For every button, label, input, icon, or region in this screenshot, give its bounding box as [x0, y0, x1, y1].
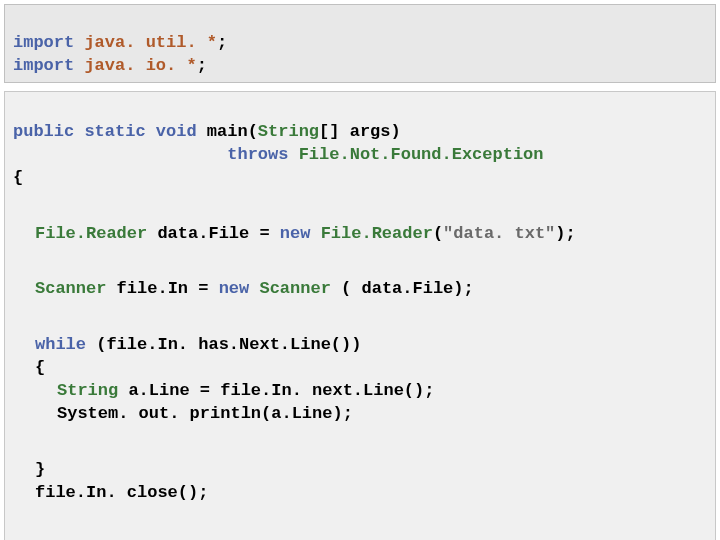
semicolon: ;	[217, 33, 227, 52]
string-aline-decl: String a.Line = file.In. next.Line();	[13, 381, 434, 400]
blank-line	[13, 245, 707, 255]
imports-block: import java. util. *; import java. io. *…	[4, 4, 716, 83]
scanner-ctor: Scanner	[249, 279, 341, 298]
throws-indent	[13, 145, 227, 164]
import-line-2: import java. io. *;	[13, 56, 207, 75]
paren-open: (	[433, 224, 443, 243]
import-line-1: import java. util. *;	[13, 33, 227, 52]
method-args-rest: [] args)	[319, 122, 401, 141]
while-brace-close: }	[13, 460, 45, 479]
keyword-throws: throws	[227, 145, 288, 164]
filereader-ctor: File.Reader	[310, 224, 432, 243]
blank-line	[13, 505, 707, 515]
type-string: String	[258, 122, 319, 141]
keyword-new: new	[280, 224, 311, 243]
scanner-args: ( data.File);	[341, 279, 474, 298]
semicolon: ;	[197, 56, 207, 75]
type-filereader: File.Reader	[35, 224, 147, 243]
blank-line	[13, 301, 707, 311]
type-string: String	[57, 381, 118, 400]
keyword-while: while	[35, 335, 86, 354]
while-condition: (file.In. has.Next.Line())	[86, 335, 361, 354]
filereader-decl: File.Reader data.File = new File.Reader(…	[13, 224, 576, 243]
keyword-import: import	[13, 56, 74, 75]
println-call: System. out. println(a.Line);	[13, 404, 353, 423]
keyword-modifiers: public static void	[13, 122, 197, 141]
keyword-import: import	[13, 33, 74, 52]
method-signature-line-1: public static void main(String[] args)	[13, 122, 401, 141]
filereader-var: data.File =	[147, 224, 280, 243]
aline-rest: a.Line = file.In. next.Line();	[118, 381, 434, 400]
exception-type: File.Not.Found.Exception	[288, 145, 543, 164]
method-signature-line-2: throws File.Not.Found.Exception	[13, 145, 544, 164]
type-scanner: Scanner	[35, 279, 106, 298]
blank-line	[13, 190, 707, 200]
brace-open: {	[13, 168, 23, 187]
string-literal: "data. txt"	[443, 224, 555, 243]
keyword-new: new	[219, 279, 250, 298]
scanner-var: file.In =	[106, 279, 218, 298]
package-io: java. io. *	[74, 56, 196, 75]
main-method-block: public static void main(String[] args) t…	[4, 91, 716, 540]
paren-close-semi: );	[555, 224, 575, 243]
blank-line	[13, 426, 707, 436]
method-name: main(	[197, 122, 258, 141]
while-brace-open: {	[13, 358, 45, 377]
scanner-decl: Scanner file.In = new Scanner ( data.Fil…	[13, 279, 474, 298]
while-line: while (file.In. has.Next.Line())	[13, 335, 361, 354]
package-util: java. util. *	[74, 33, 217, 52]
close-call: file.In. close();	[13, 483, 208, 502]
